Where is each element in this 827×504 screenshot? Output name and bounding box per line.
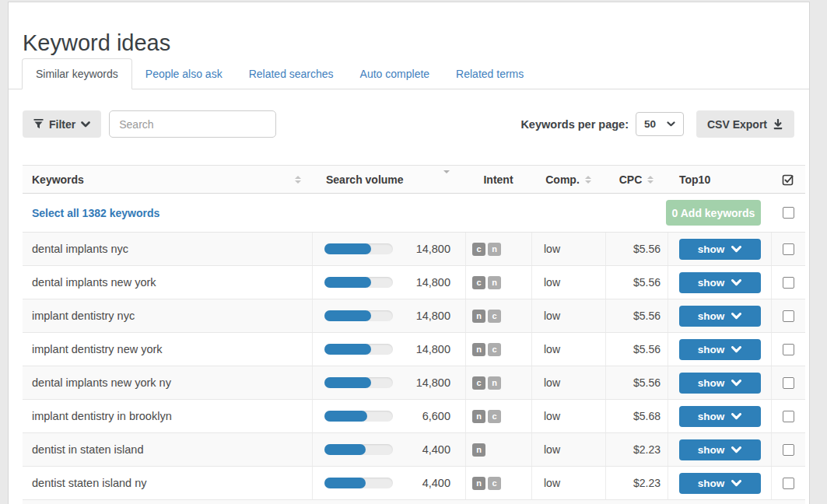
search-volume-cell: 4,400 [312,467,465,499]
column-header-comp[interactable]: Comp. [531,173,605,186]
search-volume-cell: 14,800 [312,266,465,299]
intent-badge-n: n [472,410,485,423]
volume-value: 14,800 [416,376,450,389]
top10-cell: show [668,400,771,432]
show-button-label: show [698,344,725,355]
intent-cell: nc [465,400,531,432]
keyword-text: implant dentistry new york [32,343,163,355]
top10-cell: show [668,266,771,299]
row-checkbox[interactable] [783,411,794,422]
competition-value: low [544,243,560,255]
row-checkbox[interactable] [783,277,794,289]
cpc-cell: $2.23 [605,467,668,499]
row-checkbox-cell [771,433,805,466]
cpc-cell: $5.56 [605,233,668,265]
row-checkbox[interactable] [783,310,794,322]
volume-value: 14,800 [416,343,450,355]
volume-value: 14,800 [416,243,450,255]
keyword-row: dental implants new york 14,800 cn low $… [23,266,805,299]
select-all-link[interactable]: Select all 1382 keywords [23,207,668,219]
cpc-cell: $5.56 [605,333,668,366]
column-header-top10-label: Top10 [679,173,710,186]
keyword-text: implant dentistry in brooklyn [32,410,172,422]
cpc-value: $5.56 [633,243,661,255]
row-checkbox-cell [771,333,805,366]
add-keywords-button[interactable]: 0 Add keywords [666,200,761,226]
tab-related-terms[interactable]: Related terms [443,59,537,89]
keyword-text: dental implants new york ny [32,376,171,389]
intent-badge-n: n [488,376,501,390]
sort-desc-icon [443,173,450,186]
chevron-down-icon [667,121,675,127]
volume-bar [324,444,393,455]
volume-value: 14,800 [416,310,450,322]
filter-button[interactable]: Filter [23,110,101,138]
tab-people-also-ask[interactable]: People also ask [132,59,236,89]
cpc-value: $2.23 [633,443,661,456]
show-button[interactable]: show [679,439,761,460]
show-button[interactable]: show [679,272,761,293]
volume-bar [324,277,393,288]
chevron-down-icon [81,121,90,128]
keywords-table: Keywords Search volume Intent Comp. CPC … [23,165,805,504]
row-checkbox[interactable] [783,377,794,389]
show-button-label: show [698,243,725,255]
competition-cell: low [531,433,605,466]
volume-bar [324,478,393,488]
volume-bar [324,310,393,321]
tab-similar-keywords[interactable]: Similar keywords [22,58,132,89]
keyword-row: implant dentistry new york 14,800 nc low… [23,333,805,366]
checked-checkbox-icon [782,173,794,186]
show-button-label: show [698,377,725,389]
table-body: dental implants nyc 14,800 cn low $5.56 … [23,233,805,500]
column-header-keywords[interactable]: Keywords [23,173,312,186]
show-button[interactable]: show [679,339,761,360]
show-button[interactable]: show [679,406,761,427]
show-button[interactable]: show [679,373,761,394]
keyword-row: implant dentistry in brooklyn 6,600 nc l… [23,400,805,433]
tab-related-searches[interactable]: Related searches [236,59,347,89]
chevron-down-icon [731,446,741,453]
show-button-label: show [698,277,725,289]
show-button[interactable]: show [679,239,761,260]
top10-cell: show [668,433,771,466]
intent-badge-c: c [472,376,485,390]
select-all-checkbox[interactable] [783,207,794,219]
page-title: Keyword ideas [23,30,170,56]
sort-icon [295,176,301,184]
show-button[interactable]: show [679,306,761,327]
search-volume-cell: 6,600 [312,400,465,432]
top10-cell: show [668,467,771,499]
row-checkbox[interactable] [783,344,794,355]
search-volume-cell: 14,800 [312,299,465,332]
keyword-cell: dental implants new york [23,266,312,299]
show-button[interactable]: show [679,473,761,494]
row-checkbox[interactable] [783,444,794,456]
chevron-down-icon [731,380,741,387]
page-background: { "page": { "title": "Keyword ideas" }, … [0,0,827,504]
column-header-search-volume[interactable]: Search volume [312,173,465,186]
tab-auto-complete[interactable]: Auto complete [347,59,443,89]
column-header-cpc-label: CPC [619,173,643,186]
volume-bar [324,243,393,254]
sort-icon [647,176,654,184]
intent-badge-n: n [488,243,501,256]
cpc-value: $5.68 [633,410,661,422]
row-checkbox[interactable] [783,243,794,255]
csv-export-button[interactable]: CSV Export [696,110,794,138]
volume-bar [324,377,393,388]
volume-bar [324,344,393,355]
keyword-cell: implant dentistry in brooklyn [23,400,312,432]
volume-bar-fill [324,243,371,254]
column-header-select-all[interactable] [771,173,805,186]
search-input[interactable] [109,110,276,138]
column-header-cpc[interactable]: CPC [605,173,668,186]
row-checkbox-cell [771,467,805,499]
intent-cell: nc [465,333,531,366]
competition-cell: low [531,366,605,399]
row-checkbox[interactable] [783,478,794,489]
select-all-row: Select all 1382 keywords 0 Add keywords [23,194,805,233]
keyword-cell: dental implants new york ny [23,366,312,399]
column-header-search-volume-label: Search volume [326,173,404,186]
per-page-select[interactable]: 50 [636,112,684,136]
